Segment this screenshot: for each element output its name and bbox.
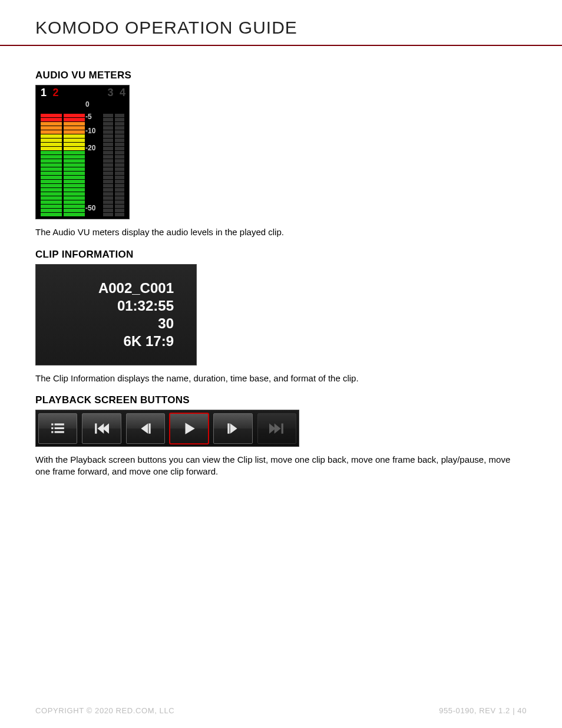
vu-body-text: The Audio VU meters display the audio le…	[35, 226, 527, 238]
svg-marker-15	[274, 423, 280, 433]
clip-timebase: 30	[158, 315, 174, 332]
svg-rect-0	[51, 423, 53, 425]
vu-heading: AUDIO VU METERS	[35, 70, 527, 81]
prev-clip-button[interactable]	[82, 413, 121, 444]
svg-rect-1	[55, 423, 64, 425]
vu-tick-20: -20	[85, 144, 95, 152]
svg-rect-16	[281, 423, 283, 433]
vu-channel-2: 2	[52, 87, 58, 98]
clip-format: 6K 17:9	[124, 333, 174, 350]
svg-rect-12	[228, 423, 230, 433]
vu-meter-panel: 1 2 3 4	[35, 85, 130, 219]
skip-back-icon	[93, 421, 110, 436]
playback-bar	[35, 410, 299, 447]
vu-channel-3: 3	[108, 87, 114, 98]
step-forward-icon	[224, 421, 241, 436]
svg-rect-10	[148, 423, 150, 433]
footer-copyright: COPYRIGHT © 2020 RED.COM, LLC	[35, 706, 174, 715]
header-rule	[0, 45, 562, 46]
footer-docref: 955-0190, REV 1.2 | 40	[439, 706, 527, 715]
next-clip-button[interactable]	[257, 413, 296, 444]
clip-body-text: The Clip Information displays the name, …	[35, 373, 527, 384]
prev-frame-button[interactable]	[126, 413, 165, 444]
vu-tick-50: -50	[85, 204, 95, 212]
play-pause-button[interactable]	[170, 413, 209, 444]
svg-marker-11	[186, 423, 195, 434]
vu-tick-5: -5	[85, 113, 92, 121]
svg-rect-5	[55, 431, 64, 433]
step-back-icon	[137, 421, 154, 436]
play-icon	[181, 421, 197, 436]
vu-tick-10: -10	[85, 127, 95, 135]
clip-list-button[interactable]	[38, 413, 77, 444]
svg-marker-13	[230, 423, 237, 433]
playback-body-text: With the Playback screen buttons you can…	[35, 454, 527, 477]
svg-rect-4	[51, 431, 53, 433]
next-frame-button[interactable]	[213, 413, 252, 444]
clip-info-panel: A002_C001 01:32:55 30 6K 17:9	[35, 264, 197, 365]
clip-duration: 01:32:55	[117, 298, 174, 314]
svg-rect-2	[51, 427, 53, 429]
svg-rect-3	[55, 427, 64, 429]
vu-inactive-bars	[103, 101, 124, 216]
clip-name: A002_C001	[98, 280, 174, 297]
clip-heading: CLIP INFORMATION	[35, 249, 527, 261]
svg-rect-6	[95, 423, 97, 433]
svg-marker-9	[141, 423, 148, 433]
vu-tick-0: 0	[85, 100, 90, 108]
skip-forward-icon	[269, 421, 285, 436]
vu-channel-4: 4	[120, 87, 125, 98]
vu-active-bars	[41, 101, 85, 216]
page-title: KOMODO OPERATION GUIDE	[35, 18, 527, 38]
vu-scale: 0 -5 -10 -20 -50	[87, 101, 101, 216]
vu-channel-1: 1	[41, 87, 47, 98]
list-icon	[49, 421, 66, 436]
playback-heading: PLAYBACK SCREEN BUTTONS	[35, 394, 527, 406]
page-footer: COPYRIGHT © 2020 RED.COM, LLC 955-0190, …	[35, 706, 527, 715]
